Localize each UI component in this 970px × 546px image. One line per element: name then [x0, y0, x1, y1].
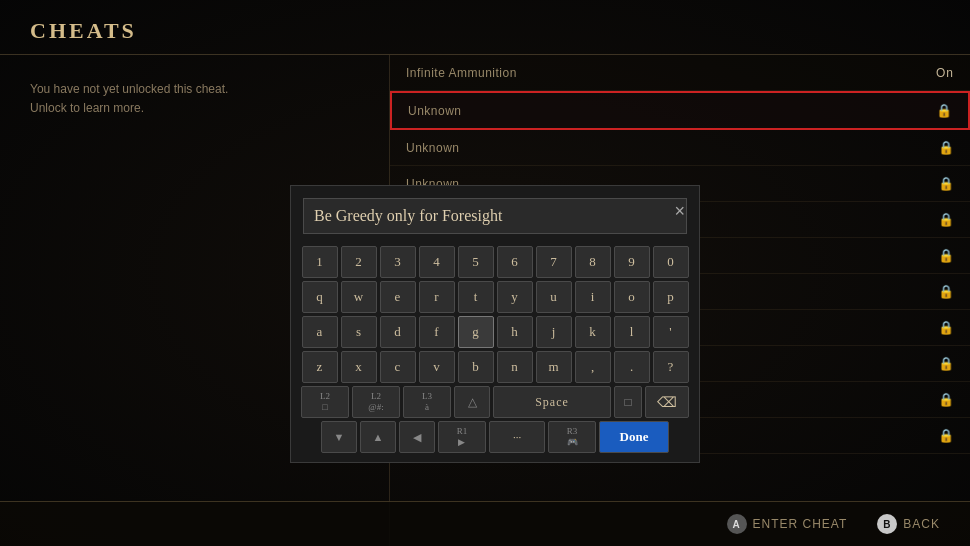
lock-icon: 🔒 [938, 284, 954, 299]
key-question[interactable]: ? [653, 351, 689, 383]
key-apostrophe[interactable]: ' [653, 316, 689, 348]
cheat-input[interactable] [303, 198, 687, 234]
key-l[interactable]: l [614, 316, 650, 348]
key-backspace[interactable]: ⌫ [645, 386, 689, 418]
lock-icon: 🔒 [938, 320, 954, 335]
keyboard-input-row: × [291, 186, 699, 242]
lock-icon: 🔒 [938, 248, 954, 263]
key-u[interactable]: u [536, 281, 572, 313]
header: Cheats [0, 0, 970, 55]
back-label: Back [903, 517, 940, 531]
key-2[interactable]: 2 [341, 246, 377, 278]
key-c[interactable]: c [380, 351, 416, 383]
key-p[interactable]: p [653, 281, 689, 313]
key-a[interactable]: a [302, 316, 338, 348]
back-action: B Back [877, 514, 940, 534]
lock-icon: 🔒 [938, 212, 954, 227]
control-row: L2□ L2@#: L3à △ Space □ ⌫ [301, 386, 689, 418]
cheat-name: Infinite Ammunition [406, 66, 517, 80]
number-row: 1 2 3 4 5 6 7 8 9 0 [301, 246, 689, 278]
key-k[interactable]: k [575, 316, 611, 348]
key-comma[interactable]: , [575, 351, 611, 383]
key-q[interactable]: q [302, 281, 338, 313]
key-8[interactable]: 8 [575, 246, 611, 278]
key-o[interactable]: o [614, 281, 650, 313]
asdf-row: a s d f g h j k l ' [301, 316, 689, 348]
key-l2-symbols[interactable]: L2@#: [352, 386, 400, 418]
cheat-name: Unknown [406, 141, 460, 155]
lock-icon: 🔒 [938, 356, 954, 371]
keyboard-overlay: × 1 2 3 4 5 6 7 8 9 0 [290, 185, 700, 463]
key-z[interactable]: z [302, 351, 338, 383]
qwerty-row: q w e r t y u i o p [301, 281, 689, 313]
key-triangle[interactable]: △ [454, 386, 490, 418]
close-button[interactable]: × [674, 202, 685, 220]
key-1[interactable]: 1 [302, 246, 338, 278]
key-n[interactable]: n [497, 351, 533, 383]
cheat-name: Unknown [408, 104, 462, 118]
key-l3-accent[interactable]: L3à [403, 386, 451, 418]
lock-icon: 🔒 [938, 428, 954, 443]
key-g[interactable]: g [458, 316, 494, 348]
key-r[interactable]: r [419, 281, 455, 313]
key-down-arrow[interactable]: ▼ [321, 421, 357, 453]
lock-icon: 🔒 [938, 176, 954, 191]
cheat-item[interactable]: Infinite Ammunition On [390, 55, 970, 91]
cheat-item-selected[interactable]: Unknown 🔒 [390, 91, 970, 130]
key-t[interactable]: t [458, 281, 494, 313]
done-button[interactable]: Done [599, 421, 669, 453]
key-6[interactable]: 6 [497, 246, 533, 278]
key-left-arrow[interactable]: ◀ [399, 421, 435, 453]
lock-icon: 🔒 [938, 140, 954, 155]
key-y[interactable]: y [497, 281, 533, 313]
key-5[interactable]: 5 [458, 246, 494, 278]
key-b[interactable]: b [458, 351, 494, 383]
bottom-row: ▼ ▲ ◀ R1▶ ··· R3🎮 Done [301, 421, 689, 453]
key-period[interactable]: . [614, 351, 650, 383]
key-7[interactable]: 7 [536, 246, 572, 278]
page: Cheats You have not yet unlocked this ch… [0, 0, 970, 546]
right-panel: Infinite Ammunition On Unknown 🔒 Unknown… [390, 55, 970, 546]
key-m[interactable]: m [536, 351, 572, 383]
key-x[interactable]: x [341, 351, 377, 383]
page-title: Cheats [30, 18, 940, 44]
key-square[interactable]: □ [614, 386, 642, 418]
key-d[interactable]: d [380, 316, 416, 348]
lock-icon: 🔒 [936, 103, 952, 118]
enter-cheat-action: A Enter Cheat [727, 514, 848, 534]
key-4[interactable]: 4 [419, 246, 455, 278]
unlock-text: You have not yet unlocked this cheat. Un… [30, 80, 359, 118]
key-w[interactable]: w [341, 281, 377, 313]
lock-icon: 🔒 [938, 392, 954, 407]
key-3[interactable]: 3 [380, 246, 416, 278]
enter-cheat-label: Enter Cheat [753, 517, 848, 531]
back-btn: B [877, 514, 897, 534]
bottom-bar: A Enter Cheat B Back [0, 501, 970, 546]
key-space[interactable]: Space [493, 386, 611, 418]
cheat-status: On [936, 66, 954, 80]
main-content: You have not yet unlocked this cheat. Un… [0, 55, 970, 546]
key-r3-gamepad[interactable]: R3🎮 [548, 421, 596, 453]
key-up-arrow[interactable]: ▲ [360, 421, 396, 453]
key-r1[interactable]: R1▶ [438, 421, 486, 453]
key-ellipsis[interactable]: ··· [489, 421, 545, 453]
key-f[interactable]: f [419, 316, 455, 348]
key-s[interactable]: s [341, 316, 377, 348]
zxcv-row: z x c v b n m , . ? [301, 351, 689, 383]
enter-cheat-btn: A [727, 514, 747, 534]
cheat-item[interactable]: Unknown 🔒 [390, 130, 970, 166]
key-j[interactable]: j [536, 316, 572, 348]
key-0[interactable]: 0 [653, 246, 689, 278]
key-l2-square[interactable]: L2□ [301, 386, 349, 418]
key-v[interactable]: v [419, 351, 455, 383]
key-h[interactable]: h [497, 316, 533, 348]
key-e[interactable]: e [380, 281, 416, 313]
key-9[interactable]: 9 [614, 246, 650, 278]
key-i[interactable]: i [575, 281, 611, 313]
keyboard-keys: 1 2 3 4 5 6 7 8 9 0 q w [291, 242, 699, 462]
